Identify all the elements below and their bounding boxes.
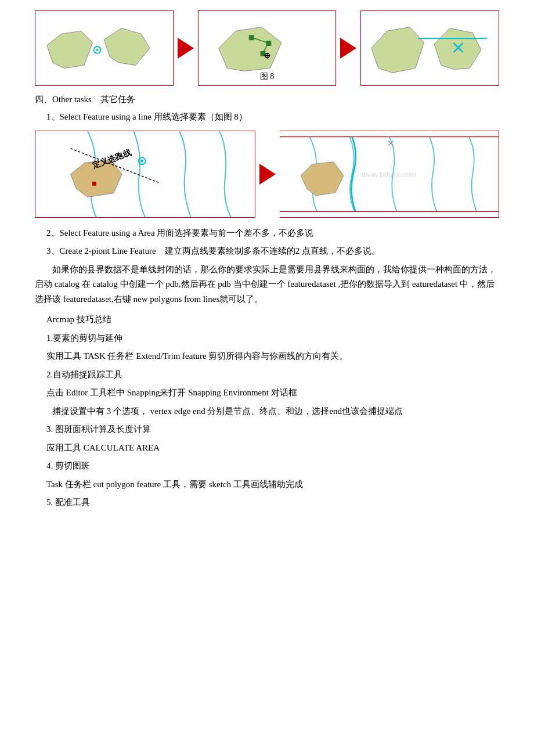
skill3-body: 应用工具 CALCULATE AREA — [46, 441, 499, 456]
skill1-body: 实用工具 TASK 任务栏 Extend/Trim feature 剪切所得内容… — [46, 349, 499, 364]
arrow-2 — [336, 10, 360, 86]
item2-text: 2、Select Feature using a Area 用面选择要素与前一个… — [46, 226, 499, 241]
top-image-row: 图 8 — [35, 10, 499, 86]
fig-label: 图 8 — [260, 71, 275, 82]
image-panel-3 — [360, 10, 499, 86]
arrow-1 — [174, 10, 198, 86]
section4-heading: 四、Other tasks 其它任务 — [35, 94, 499, 105]
skill2-title: 2.自动捕捉跟踪工具 — [46, 368, 499, 383]
red-arrow-icon — [178, 38, 194, 59]
image-panel-1 — [35, 10, 174, 86]
para1-text: 如果你的县界数据不是单线封闭的话，那么你的要求实际上是需要用县界线来构面的，我给… — [35, 262, 499, 307]
svg-marker-0 — [47, 31, 93, 68]
svg-marker-24 — [301, 161, 344, 195]
arrow-3 — [255, 131, 280, 218]
item3-text: 3、Create 2-piont Line Feature 建立两点线要素绘制多… — [46, 244, 499, 259]
skill2-body2: 捕捉设置中有 3 个选项， vertex edge end 分别是节点、终点、和… — [35, 404, 499, 419]
svg-rect-19 — [92, 181, 96, 185]
svg-marker-4 — [218, 27, 281, 71]
second-image-row: 定义选跑线 www.bdocx.com — [35, 131, 499, 218]
red-arrow-icon-3 — [259, 164, 276, 185]
red-arrow-icon-2 — [340, 38, 356, 59]
image-panel-4: 定义选跑线 — [35, 131, 255, 218]
image-panel-5: www.bdocx.com — [280, 131, 500, 218]
svg-marker-13 — [371, 27, 424, 73]
skill4-title: 4. 剪切图斑 — [46, 459, 499, 474]
skill4-body: Task 任务栏 cut polygon feature 工具，需要 sketc… — [46, 477, 499, 492]
svg-marker-1 — [104, 28, 150, 66]
skill1-title: 1.要素的剪切与延伸 — [46, 331, 499, 346]
arcmap-title: Arcmap 技巧总结 — [46, 312, 499, 327]
skill3-title: 3. 图斑面积计算及长度计算 — [46, 422, 499, 437]
image-panel-2: 图 8 — [198, 10, 337, 86]
skill2-body: 点击 Editor 工具栏中 Snapping来打开 Snapping Envi… — [46, 386, 499, 401]
skill5-title: 5. 配准工具 — [46, 495, 499, 510]
svg-point-21 — [140, 159, 143, 162]
item1-text: 1、Select Feature using a line 用线选择要素（如图 … — [46, 110, 499, 125]
svg-point-3 — [96, 49, 99, 51]
